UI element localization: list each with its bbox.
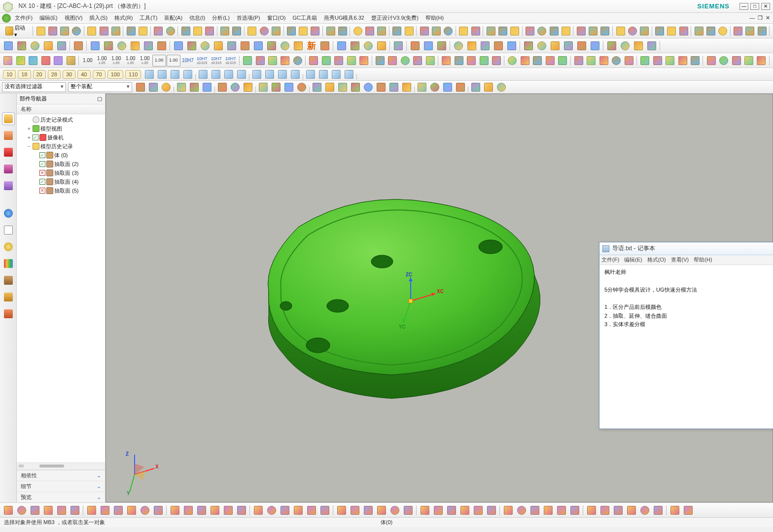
tb1-btn-38[interactable] <box>536 25 548 37</box>
filter-btn-24[interactable] <box>454 81 467 93</box>
filter-btn-18[interactable] <box>375 81 387 93</box>
navigator-scrollbar[interactable] <box>17 463 105 469</box>
tb2-btn-9[interactable] <box>129 40 141 52</box>
tb3-btn-31[interactable] <box>651 55 663 66</box>
tb3-btn-15[interactable] <box>440 55 452 66</box>
tb1-btn-17[interactable] <box>258 25 270 37</box>
np-menu-help[interactable]: 帮助(H) <box>694 256 712 264</box>
filter-btn-12[interactable] <box>295 81 308 93</box>
tb2-btn-30[interactable] <box>422 40 435 52</box>
tree-expander[interactable]: + <box>27 135 32 140</box>
bb-btn-14[interactable] <box>195 504 208 516</box>
tb2-btn-4[interactable] <box>55 40 68 52</box>
bb-btn-25[interactable] <box>349 504 361 516</box>
numrow-btn-7[interactable] <box>235 68 248 80</box>
tree-checkbox[interactable]: ✓ <box>39 179 45 185</box>
tb3-btn-17[interactable] <box>465 55 477 66</box>
tree-row-2[interactable]: +✓摄像机 <box>17 133 105 142</box>
tab-constraint[interactable] <box>2 146 15 159</box>
tb1-btn-46[interactable] <box>638 25 650 37</box>
bb-btn-28[interactable] <box>388 504 401 516</box>
tab-history[interactable] <box>2 224 15 236</box>
tb2-btn-43[interactable] <box>605 40 618 52</box>
tb1-btn-7[interactable] <box>125 25 137 37</box>
bb-btn-38[interactable] <box>528 504 541 516</box>
menu-file[interactable]: 文件(F) <box>12 13 35 23</box>
filter-btn-26[interactable] <box>482 81 495 93</box>
filter-btn-0[interactable] <box>134 81 147 93</box>
tb1-btn-30[interactable] <box>430 25 442 37</box>
bb-btn-3[interactable] <box>42 504 55 516</box>
notepad-titlebar[interactable]: 导语.txt - 记事本 ― ▢ ✕ <box>599 242 773 255</box>
num-30[interactable]: 30 <box>63 70 75 79</box>
bb-btn-1[interactable] <box>15 504 28 516</box>
tb2-btn-12[interactable] <box>172 40 185 52</box>
bb-btn-48[interactable] <box>668 504 681 516</box>
bb-btn-2[interactable] <box>29 504 41 516</box>
dim-btn-8[interactable]: 10H7±0.015 <box>195 55 209 66</box>
bb-btn-9[interactable] <box>125 504 138 516</box>
dim-btn-7[interactable]: 10H7 <box>181 55 195 66</box>
tree-checkbox[interactable]: ✓ <box>33 134 38 140</box>
tb1-btn-40[interactable] <box>560 25 571 37</box>
tb1-btn-24[interactable] <box>352 25 363 37</box>
bb-btn-31[interactable] <box>432 504 445 516</box>
bb-btn-30[interactable] <box>419 504 431 516</box>
tab-assembly-navigator[interactable] <box>2 129 15 142</box>
tb3-btn-0[interactable] <box>242 55 253 66</box>
tab-browser[interactable] <box>2 207 15 220</box>
filter-btn-22[interactable] <box>428 81 441 93</box>
menu-gc[interactable]: GC工具箱 <box>289 13 320 23</box>
tb3-btn-34[interactable] <box>689 55 701 66</box>
filter-btn-1[interactable] <box>147 81 160 93</box>
tb3-btn-38[interactable] <box>743 55 755 66</box>
tree-row-8[interactable]: ✕抽取面 (5) <box>17 186 105 195</box>
tb2-btn-3[interactable] <box>42 40 55 52</box>
tab-part-navigator[interactable] <box>2 112 15 125</box>
num-28[interactable]: 28 <box>48 70 61 79</box>
tb2-btn-36[interactable] <box>505 40 518 52</box>
tb1-btn-29[interactable] <box>419 25 430 37</box>
tree-row-1[interactable]: +模型视图 <box>17 124 105 133</box>
bb-btn-35[interactable] <box>485 504 498 516</box>
tb2-btn-7[interactable] <box>102 40 115 52</box>
graphics-viewport[interactable]: XC YC ZC X Y Z 导语.txt - 记事本 ― ▢ ✕ <box>105 94 773 502</box>
menu-insert[interactable]: 插入(S) <box>86 13 110 23</box>
bb-btn-4[interactable] <box>55 504 68 516</box>
tb2-btn-17[interactable] <box>239 40 251 52</box>
tb3-btn-28[interactable] <box>610 55 622 66</box>
bb-btn-6[interactable] <box>85 504 98 516</box>
maximize-button[interactable]: □ <box>750 3 759 10</box>
tb3-btn-2[interactable] <box>267 55 279 66</box>
num-70[interactable]: 70 <box>93 70 105 79</box>
filter-btn-19[interactable] <box>387 81 400 93</box>
bb-btn-20[interactable] <box>279 504 291 516</box>
new-feature-button[interactable]: 新 <box>305 40 318 52</box>
tb2-btn-0[interactable] <box>2 40 15 52</box>
tree-row-4[interactable]: ✓体 (0) <box>17 151 105 160</box>
menu-format[interactable]: 格式(R) <box>111 13 136 23</box>
tb1-btn-20[interactable] <box>298 25 309 37</box>
tb1-btn-35[interactable] <box>497 25 508 37</box>
filter-btn-9[interactable] <box>257 81 270 93</box>
tb3-btn-20[interactable] <box>506 55 518 66</box>
bb-btn-43[interactable] <box>598 504 611 516</box>
bb-btn-42[interactable] <box>585 504 598 516</box>
tb1-btn-25[interactable] <box>364 25 376 37</box>
tb1-btn-43[interactable] <box>599 25 611 37</box>
notepad-window[interactable]: 导语.txt - 记事本 ― ▢ ✕ 文件(F) 编辑(E) 格式(O) 查看(… <box>599 242 773 429</box>
dim-btn-0[interactable]: 1.00 <box>81 55 95 66</box>
bb-btn-0[interactable] <box>2 504 15 516</box>
bb-btn-32[interactable] <box>445 504 458 516</box>
bb-btn-18[interactable] <box>252 504 265 516</box>
dim-btn-5[interactable]: 1.00 <box>152 55 166 66</box>
tb2-btn-5[interactable] <box>72 40 85 52</box>
tb1-btn-48[interactable] <box>666 25 677 37</box>
filter-btn-23[interactable] <box>441 81 454 93</box>
numrow-btn-6[interactable] <box>222 68 235 80</box>
selection-filter-combo[interactable]: 没有选择过滤器 <box>2 82 66 92</box>
numrow-btn-4[interactable] <box>197 68 210 80</box>
tb1-btn-18[interactable] <box>270 25 281 37</box>
tb1-btn-36[interactable] <box>509 25 520 37</box>
tb3-btn-25[interactable] <box>573 55 585 66</box>
